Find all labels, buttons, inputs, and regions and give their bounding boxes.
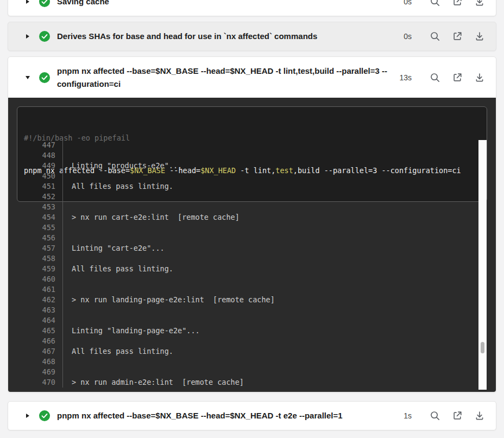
log-line-number: 450 <box>8 171 62 181</box>
download-icon[interactable] <box>474 410 485 421</box>
download-icon[interactable] <box>474 31 485 42</box>
step-card-saving-cache: Saving cache 0s <box>8 0 496 16</box>
log-line: 466 <box>8 336 476 346</box>
success-check-icon <box>39 410 50 421</box>
log-line-number: 456 <box>8 233 62 243</box>
log-line: 467All files pass linting. <box>8 346 476 357</box>
step-title: Saving cache <box>57 0 404 8</box>
log-line-text <box>62 284 476 295</box>
log-line: 460 <box>8 274 476 284</box>
step-title: pnpm nx affected --base=$NX_BASE --head=… <box>57 409 404 422</box>
log-line-number: 447 <box>8 140 62 150</box>
log-line-number: 462 <box>8 295 62 305</box>
log-line-number: 468 <box>8 357 62 367</box>
log-line: 462> nx run landing-page-e2e:lint [remot… <box>8 295 476 305</box>
log-line-text: Linting "landing-page-e2e"... <box>62 326 476 336</box>
step-row-nx-affected-lint-test-build[interactable]: pnpm nx affected --base=$NX_BASE --head=… <box>8 57 496 98</box>
log-line: 457Linting "cart-e2e"... <box>8 243 476 253</box>
log-line-text <box>62 305 476 315</box>
log-line: 469 <box>8 367 476 377</box>
chevron-right-icon[interactable] <box>24 0 31 4</box>
log-line-text <box>62 336 476 346</box>
log-line-text <box>62 192 476 202</box>
success-check-icon <box>39 31 50 42</box>
step-title: pnpm nx affected --base=$NX_BASE --head=… <box>57 65 399 91</box>
log-line: 456 <box>8 233 476 243</box>
search-icon[interactable] <box>430 410 440 421</box>
step-row-saving-cache[interactable]: Saving cache 0s <box>8 0 496 16</box>
log-line-text: > nx run admin-e2e:lint [remote cache] <box>62 377 476 388</box>
log-line-number: 452 <box>8 192 62 202</box>
log-line-text <box>62 171 476 181</box>
search-icon[interactable] <box>430 31 440 42</box>
log-line-text <box>62 367 476 377</box>
log-line: 455 <box>8 223 476 233</box>
steps-list: Saving cache 0s Derives SHAs for base an… <box>0 0 504 430</box>
step-duration: 13s <box>399 73 412 82</box>
log-line-number: 461 <box>8 284 62 295</box>
log-line-number: 469 <box>8 367 62 377</box>
log-line: 450 <box>8 171 476 181</box>
log-line-text: All files pass linting. <box>62 181 476 192</box>
log-line-text: All files pass linting. <box>62 264 476 274</box>
log-scrollbar-thumb[interactable] <box>481 342 484 353</box>
open-in-new-icon[interactable] <box>452 0 463 7</box>
log-line-text <box>62 223 476 233</box>
log-line: 470> nx run admin-e2e:lint [remote cache… <box>8 377 476 388</box>
step-duration: 0s <box>404 0 412 6</box>
download-icon[interactable] <box>474 72 485 83</box>
step-duration: 0s <box>404 32 412 41</box>
search-icon[interactable] <box>430 72 440 83</box>
log-line-text <box>62 357 476 367</box>
log-line-number: 470 <box>8 377 62 388</box>
log-line-text: Linting "cart-e2e"... <box>62 243 476 253</box>
log-line: 465Linting "landing-page-e2e"... <box>8 326 476 336</box>
log-line-text <box>62 253 476 264</box>
open-in-new-icon[interactable] <box>452 72 463 83</box>
chevron-down-icon[interactable] <box>24 76 31 79</box>
log-line-text: > nx run cart-e2e:lint [remote cache] <box>62 212 476 223</box>
log-line-text: > nx run landing-page-e2e:lint [remote c… <box>62 295 476 305</box>
log-line: 459All files pass linting. <box>8 264 476 274</box>
step-row-nx-affected-e2e[interactable]: pnpm nx affected --base=$NX_BASE --head=… <box>8 402 496 430</box>
chevron-right-icon[interactable] <box>24 414 31 418</box>
log-line-number: 464 <box>8 315 62 326</box>
log-line: 451All files pass linting. <box>8 181 476 192</box>
log-line: 452 <box>8 192 476 202</box>
log-line: 464 <box>8 315 476 326</box>
log-line-text: All files pass linting. <box>62 346 476 357</box>
log-line-text <box>62 233 476 243</box>
step-row-derive-shas[interactable]: Derives SHAs for base and head for use i… <box>8 22 496 50</box>
log-line-number: 455 <box>8 223 62 233</box>
log-line-number: 454 <box>8 212 62 223</box>
log-line: 458 <box>8 253 476 264</box>
log-line: 461 <box>8 284 476 295</box>
log-output[interactable]: 447448449Linting "products-e2e"...450451… <box>8 140 476 388</box>
log-line: 468 <box>8 357 476 367</box>
log-line-number: 458 <box>8 253 62 264</box>
log-line-number: 451 <box>8 181 62 192</box>
log-line-text <box>62 315 476 326</box>
log-line-text <box>62 274 476 284</box>
download-icon[interactable] <box>474 0 485 7</box>
log-line-text: Linting "products-e2e"... <box>62 161 476 171</box>
log-line-number: 457 <box>8 243 62 253</box>
log-line: 463 <box>8 305 476 315</box>
log-line-text <box>62 150 476 161</box>
log-line: 447 <box>8 140 476 150</box>
success-check-icon <box>39 72 50 83</box>
log-line-number: 460 <box>8 274 62 284</box>
step-card-nx-affected-e2e: pnpm nx affected --base=$NX_BASE --head=… <box>8 401 496 430</box>
open-in-new-icon[interactable] <box>452 31 463 42</box>
search-icon[interactable] <box>430 0 440 7</box>
log-line-number: 467 <box>8 346 62 357</box>
step-title: Derives SHAs for base and head for use i… <box>57 30 404 43</box>
log-line: 453 <box>8 202 476 212</box>
open-in-new-icon[interactable] <box>452 410 463 421</box>
log-scrollbar-track[interactable] <box>478 140 487 390</box>
step-duration: 1s <box>404 411 412 420</box>
log-line-number: 465 <box>8 326 62 336</box>
log-line: 448 <box>8 150 476 161</box>
chevron-right-icon[interactable] <box>24 34 31 39</box>
log-line-number: 448 <box>8 150 62 161</box>
